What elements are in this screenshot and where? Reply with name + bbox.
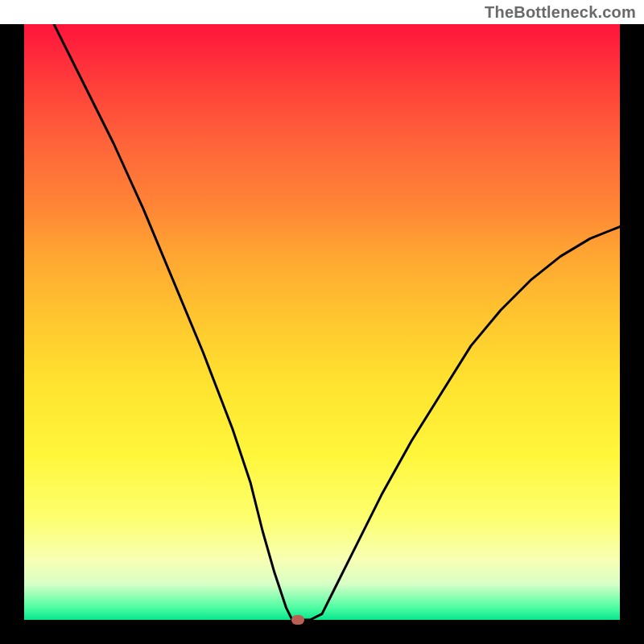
marker-dot <box>291 615 304 625</box>
watermark-text: TheBottleneck.com <box>485 3 636 22</box>
chart-stage: TheBottleneck.com <box>0 0 644 644</box>
curve-line <box>54 24 620 620</box>
curve-svg <box>24 24 620 620</box>
plot-area <box>24 24 620 620</box>
chart-frame <box>0 24 644 644</box>
